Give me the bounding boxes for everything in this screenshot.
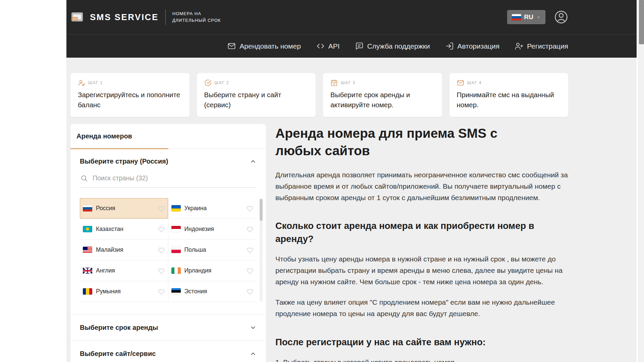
country-item[interactable]: Казахстан [80, 219, 168, 240]
step-card: ШАГ 1 Зарегистрируйтесь и пополните бала… [70, 73, 190, 117]
avatar-icon [554, 10, 568, 24]
country-item[interactable]: Англия [80, 260, 168, 281]
country-flag-icon [83, 288, 92, 295]
nav-item-label: Служба поддержки [367, 42, 430, 50]
nav-item[interactable]: Служба поддержки [355, 42, 430, 50]
service-section-header[interactable]: Выберите сайт/сервис [70, 341, 266, 362]
nav-item[interactable]: API [316, 42, 340, 50]
country-search-input[interactable] [92, 174, 257, 182]
country-list-scrollbar[interactable] [260, 199, 263, 301]
country-item[interactable]: Россия [80, 198, 168, 219]
chevron-up-icon [250, 350, 257, 357]
country-name: Россия [96, 205, 115, 212]
favorite-heart-icon[interactable] [158, 205, 165, 212]
favorite-heart-icon[interactable] [247, 247, 253, 253]
step-text: Зарегистрируйтесь и пополните баланс [78, 90, 182, 110]
logo-tagline: НОМЕРА НА ДЛИТЕЛЬНЫЙ СРОК [172, 10, 221, 24]
favorite-heart-icon[interactable] [247, 267, 253, 274]
country-flag-icon [171, 288, 181, 295]
nav-item[interactable]: Арендовать номер [227, 42, 301, 50]
term-section-header[interactable]: Выберите срок аренды [70, 314, 266, 341]
favorite-heart-icon[interactable] [247, 226, 253, 233]
logo[interactable]: 465 SMS SERVICE [70, 11, 159, 23]
tab-rent-numbers[interactable]: Аренда номеров [70, 132, 132, 140]
header: 465 SMS SERVICE НОМЕРА НА ДЛИТЕЛЬНЫЙ СРО… [66, 0, 637, 58]
country-name: Румыния [96, 288, 121, 295]
country-section-header[interactable]: Выберите страну (Россия) [80, 158, 257, 165]
sidebar-tabs: Аренда номеров [70, 124, 266, 149]
country-item[interactable]: Малайзия [80, 240, 168, 260]
chat-icon [355, 42, 364, 50]
envelope-icon [227, 42, 236, 50]
pricing-paragraph-2: Также на цену влияет опция "С продлением… [275, 297, 568, 319]
country-name: Англия [96, 267, 115, 274]
country-name: Ирландия [184, 267, 212, 274]
country-item[interactable]: Индонезия [168, 219, 257, 240]
step-label: ШАГ 4 [467, 80, 482, 85]
nav-item-label: API [328, 42, 340, 50]
country-name: Индонезия [184, 226, 214, 233]
logo-divider [165, 9, 166, 25]
favorite-heart-icon[interactable] [158, 288, 165, 295]
term-section-title: Выберите срок аренды [80, 324, 158, 331]
language-selector[interactable]: RU [507, 10, 545, 24]
favorite-heart-icon[interactable] [158, 267, 165, 274]
search-icon [80, 175, 88, 182]
country-item[interactable]: Польша [168, 240, 257, 260]
country-item[interactable]: Украина [168, 198, 257, 219]
page-scrollbar-thumb[interactable] [639, 0, 644, 44]
active-tab-underline [70, 148, 168, 149]
page-title: Аренда номера для приема SMS с любых сай… [275, 125, 535, 159]
pricing-heading: Сколько стоит аренда номера и как приобр… [275, 220, 568, 245]
favorite-heart-icon[interactable] [247, 205, 253, 212]
russia-flag-icon [512, 14, 521, 20]
country-name: Польша [184, 246, 206, 253]
country-item[interactable]: Румыния [80, 281, 168, 302]
country-item[interactable]: Ирландия [168, 260, 257, 281]
page-scrollbar[interactable] [638, 0, 644, 362]
main-nav: Арендовать номер API Служба поддержки Ав… [66, 34, 637, 58]
pricing-paragraph-1: Чтобы узнать цену аренды номера в нужной… [275, 253, 568, 288]
rental-sidebar: Аренда номеров Выберите страну (Россия) [70, 124, 266, 362]
logo-icon: 465 [70, 11, 85, 23]
calendar-check-icon [330, 79, 338, 86]
nav-item-label: Регистрация [527, 42, 568, 50]
country-list: Россия Украина Казахстан [80, 198, 257, 302]
country-list-scrollbar-thumb[interactable] [260, 199, 263, 221]
step-text: Выберите срок аренды и активируйте номер… [330, 90, 435, 110]
nav-item[interactable]: Регистрация [515, 42, 568, 50]
nav-item-label: Арендовать номер [239, 42, 301, 50]
logo-text: SMS SERVICE [90, 12, 159, 22]
article: Аренда номера для приема SMS с любых сай… [275, 124, 568, 362]
login-icon [445, 42, 454, 50]
page: 465 SMS SERVICE НОМЕРА НА ДЛИТЕЛЬНЫЙ СРО… [66, 0, 637, 362]
country-search [80, 165, 257, 188]
country-name: Украина [184, 205, 207, 212]
user-edit-icon [78, 79, 85, 86]
country-section-title: Выберите страну (Россия) [80, 158, 168, 165]
main-area: ШАГ 1 Зарегистрируйтесь и пополните бала… [66, 58, 637, 362]
mail-icon [457, 79, 464, 86]
language-code: RU [524, 13, 533, 21]
country-item[interactable]: Эстония [168, 281, 257, 302]
favorite-heart-icon[interactable] [158, 247, 165, 253]
account-avatar-button[interactable] [554, 10, 568, 24]
check-circle-icon [204, 79, 212, 86]
country-name: Малайзия [96, 246, 123, 253]
api-icon [316, 42, 325, 50]
caret-down-icon [536, 15, 541, 19]
country-name: Эстония [184, 288, 207, 295]
service-section-title: Выберите сайт/сервис [80, 350, 156, 358]
favorite-heart-icon[interactable] [247, 288, 253, 295]
step-card: ШАГ 3 Выберите срок аренды и активируйте… [323, 73, 442, 117]
svg-text:465: 465 [73, 17, 77, 20]
nav-item-label: Авторизация [458, 42, 500, 50]
country-flag-icon [171, 226, 181, 232]
nav-item[interactable]: Авторизация [445, 42, 500, 50]
country-flag-icon [171, 267, 181, 274]
after-registration-heading: После регистрации у нас на сайте вам нуж… [275, 336, 568, 349]
favorite-heart-icon[interactable] [158, 226, 165, 233]
country-flag-icon [83, 247, 92, 253]
step-label: ШАГ 2 [215, 80, 229, 85]
steps-row: ШАГ 1 Зарегистрируйтесь и пополните бала… [70, 73, 568, 117]
